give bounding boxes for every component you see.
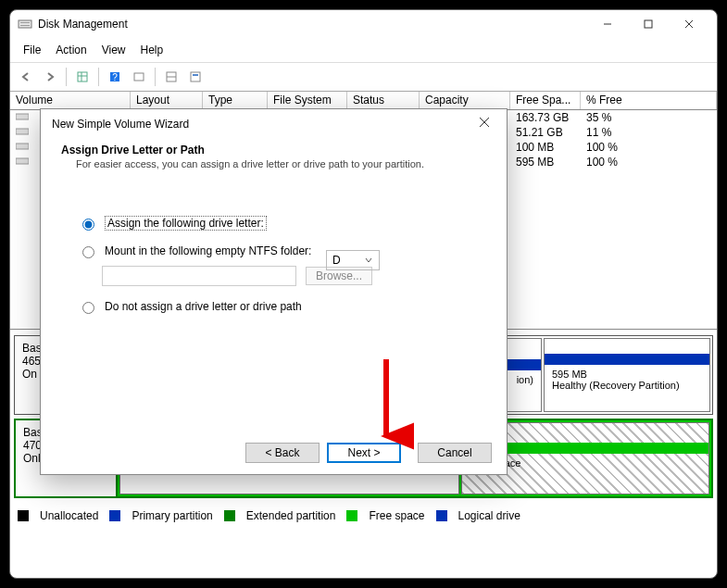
svg-rect-1 xyxy=(20,22,30,23)
partition-recovery[interactable]: 595 MB Healthy (Recovery Partition) xyxy=(544,338,710,412)
svg-rect-17 xyxy=(16,114,29,119)
col-type[interactable]: Type xyxy=(203,92,268,109)
svg-rect-2 xyxy=(20,25,30,26)
radio-no-assign[interactable] xyxy=(82,302,94,314)
swatch-logical xyxy=(436,510,447,521)
col-layout[interactable]: Layout xyxy=(131,92,203,109)
help-icon[interactable]: ? xyxy=(105,67,125,87)
disk-icon xyxy=(16,126,29,137)
col-capacity[interactable]: Capacity xyxy=(420,92,510,109)
menu-help[interactable]: Help xyxy=(133,40,171,60)
folder-path-input[interactable] xyxy=(102,266,296,286)
wizard-close-button[interactable] xyxy=(473,117,495,131)
radio-mount-folder[interactable] xyxy=(82,246,94,258)
wizard-heading: Assign Drive Letter or Path xyxy=(61,144,486,156)
next-button[interactable]: Next > xyxy=(327,443,401,463)
cell-freespace: 595 MB xyxy=(510,156,581,169)
wizard-subheading: For easier access, you can assign a driv… xyxy=(61,156,486,169)
svg-rect-15 xyxy=(191,72,200,81)
svg-rect-16 xyxy=(193,74,198,76)
window-title: Disk Management xyxy=(38,18,128,31)
cell-freespace: 163.73 GB xyxy=(510,111,581,124)
svg-rect-4 xyxy=(645,20,652,28)
svg-rect-7 xyxy=(78,72,87,81)
back-button[interactable]: < Back xyxy=(245,443,320,463)
col-freespace[interactable]: Free Spa... xyxy=(510,92,581,109)
swatch-primary xyxy=(109,510,120,521)
col-filesystem[interactable]: File System xyxy=(268,92,347,109)
svg-rect-19 xyxy=(16,144,29,149)
cell-pctfree: 100 % xyxy=(581,141,623,154)
volume-table-header: Volume Layout Type File System Status Ca… xyxy=(10,92,717,110)
radio-assign-letter[interactable] xyxy=(82,219,94,231)
svg-rect-0 xyxy=(19,20,31,28)
menu-file[interactable]: File xyxy=(16,40,48,60)
toolbar-icon-1[interactable] xyxy=(161,67,182,87)
cancel-button[interactable]: Cancel xyxy=(418,443,492,463)
cell-pctfree: 35 % xyxy=(581,111,617,124)
swatch-free xyxy=(346,510,357,521)
wizard-title: New Simple Volume Wizard xyxy=(52,118,189,131)
legend: Unallocated Primary partition Extended p… xyxy=(10,504,717,528)
col-pctfree[interactable]: % Free xyxy=(581,92,717,109)
disk-icon xyxy=(16,111,29,122)
toolbar: ? xyxy=(10,62,717,92)
toolbar-view-icon[interactable] xyxy=(72,67,93,87)
disk-management-window: Disk Management File Action View Help ? … xyxy=(9,9,718,579)
disk-icon xyxy=(16,141,29,152)
opt-mount-folder-label: Mount in the following empty NTFS folder… xyxy=(105,244,311,257)
opt-no-assign-label: Do not assign a drive letter or drive pa… xyxy=(105,300,302,313)
svg-text:?: ? xyxy=(112,72,118,82)
cell-freespace: 100 MB xyxy=(510,141,581,154)
partition-status: Healthy (Recovery Partition) xyxy=(552,380,702,391)
col-volume[interactable]: Volume xyxy=(10,92,131,109)
svg-rect-20 xyxy=(16,158,29,164)
opt-assign-letter-label: Assign the following drive letter: xyxy=(105,216,267,231)
forward-icon[interactable] xyxy=(40,67,60,87)
disk-icon xyxy=(16,156,29,167)
close-button[interactable] xyxy=(669,10,709,38)
svg-rect-18 xyxy=(16,129,29,134)
app-icon xyxy=(18,17,32,31)
minimize-button[interactable] xyxy=(587,10,628,38)
toolbar-icon-2[interactable] xyxy=(185,67,206,87)
drive-letter-select[interactable]: D xyxy=(326,250,380,270)
swatch-unallocated xyxy=(18,510,29,521)
svg-rect-12 xyxy=(134,73,144,81)
cell-freespace: 51.21 GB xyxy=(510,126,581,139)
cell-pctfree: 11 % xyxy=(581,126,617,139)
menu-view[interactable]: View xyxy=(94,40,133,60)
chevron-down-icon xyxy=(364,256,373,265)
swatch-extended xyxy=(224,510,235,521)
maximize-button[interactable] xyxy=(628,10,669,38)
cell-pctfree: 100 % xyxy=(581,156,623,169)
menu-action[interactable]: Action xyxy=(48,40,94,60)
title-bar: Disk Management xyxy=(10,10,717,38)
partition-size: 595 MB xyxy=(552,369,702,380)
new-simple-volume-wizard: New Simple Volume Wizard Assign Drive Le… xyxy=(40,108,508,475)
back-icon[interactable] xyxy=(16,67,36,87)
menu-bar: File Action View Help xyxy=(10,38,717,62)
refresh-icon[interactable] xyxy=(129,67,149,87)
col-status[interactable]: Status xyxy=(347,92,420,109)
